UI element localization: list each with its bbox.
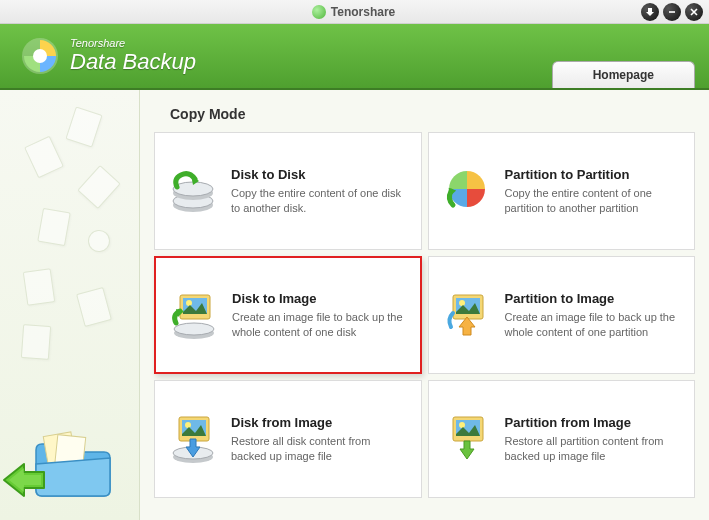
tab-homepage[interactable]: Homepage: [552, 61, 695, 88]
partition-from-image-icon: [441, 413, 493, 465]
help-button[interactable]: [641, 3, 659, 21]
minimize-button[interactable]: [663, 3, 681, 21]
card-title: Partition to Image: [505, 291, 683, 306]
content-panel: Copy Mode Disk to Disk Copy the entire c…: [140, 90, 709, 520]
card-desc: Create an image file to back up the whol…: [505, 310, 683, 340]
titlebar-brand-text: Tenorshare: [331, 5, 395, 19]
card-desc: Copy the entire content of one disk to a…: [231, 186, 409, 216]
card-desc: Copy the entire content of one partition…: [505, 186, 683, 216]
partition-to-partition-icon: [441, 165, 493, 217]
svg-point-2: [33, 49, 47, 63]
svg-point-24: [459, 422, 465, 428]
card-partition-to-partition[interactable]: Partition to Partition Copy the entire c…: [428, 132, 696, 250]
app-header: Tenorshare Data Backup Homepage: [0, 24, 709, 90]
card-desc: Restore all partition content from backe…: [505, 434, 683, 464]
section-title: Copy Mode: [170, 106, 695, 122]
sidebar: [0, 90, 140, 520]
card-disk-from-image[interactable]: Disk from Image Restore all disk content…: [154, 380, 422, 498]
app-logo-icon: [20, 36, 60, 76]
card-title: Disk to Disk: [231, 167, 409, 182]
mode-grid: Disk to Disk Copy the entire content of …: [154, 132, 695, 498]
back-arrow-button[interactable]: [0, 460, 48, 500]
svg-point-16: [459, 300, 465, 306]
partition-to-image-icon: [441, 289, 493, 341]
card-desc: Create an image file to back up the whol…: [232, 310, 408, 340]
close-button[interactable]: [685, 3, 703, 21]
disk-from-image-icon: [167, 413, 219, 465]
svg-point-13: [186, 300, 192, 306]
disk-to-image-icon: [168, 289, 220, 341]
card-title: Partition from Image: [505, 415, 683, 430]
main-area: Copy Mode Disk to Disk Copy the entire c…: [0, 90, 709, 520]
card-disk-to-image[interactable]: Disk to Image Create an image file to ba…: [154, 256, 422, 374]
titlebar: Tenorshare: [0, 0, 709, 24]
header-title: Data Backup: [70, 49, 196, 75]
card-partition-from-image[interactable]: Partition from Image Restore all partiti…: [428, 380, 696, 498]
svg-rect-0: [669, 11, 675, 13]
card-title: Disk from Image: [231, 415, 409, 430]
card-partition-to-image[interactable]: Partition to Image Create an image file …: [428, 256, 696, 374]
svg-point-10: [174, 323, 214, 335]
disk-to-disk-icon: [167, 165, 219, 217]
brand-icon: [312, 5, 326, 19]
header-subtitle: Tenorshare: [70, 37, 196, 49]
card-desc: Restore all disk content from backed up …: [231, 434, 409, 464]
card-title: Partition to Partition: [505, 167, 683, 182]
svg-point-21: [185, 422, 191, 428]
window-controls: [641, 3, 703, 21]
header-title-group: Tenorshare Data Backup: [70, 37, 196, 75]
titlebar-brand: Tenorshare: [312, 5, 395, 19]
card-disk-to-disk[interactable]: Disk to Disk Copy the entire content of …: [154, 132, 422, 250]
decorative-documents-icon: [10, 100, 130, 360]
card-title: Disk to Image: [232, 291, 408, 306]
